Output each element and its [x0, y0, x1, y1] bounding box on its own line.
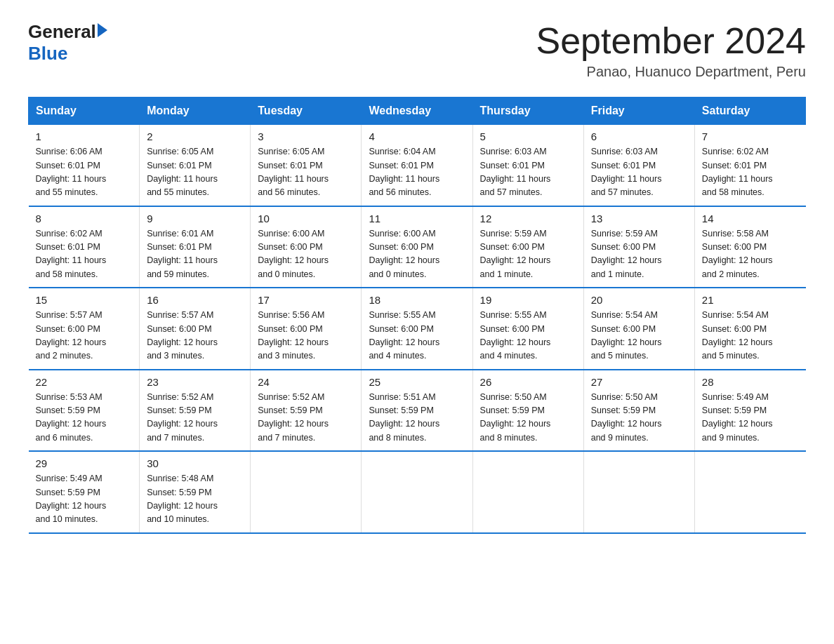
day-info: Sunrise: 6:03 AM Sunset: 6:01 PM Dayligh… — [480, 145, 576, 200]
day-number: 19 — [480, 294, 576, 306]
calendar-cell: 28Sunrise: 5:49 AM Sunset: 5:59 PM Dayli… — [694, 370, 805, 452]
day-number: 15 — [36, 294, 133, 306]
day-info: Sunrise: 5:59 AM Sunset: 6:00 PM Dayligh… — [591, 227, 687, 282]
day-number: 21 — [702, 294, 799, 306]
day-info: Sunrise: 5:53 AM Sunset: 5:59 PM Dayligh… — [36, 391, 133, 445]
column-header-wednesday: Wednesday — [362, 98, 472, 125]
day-number: 22 — [36, 376, 133, 388]
day-info: Sunrise: 5:56 AM Sunset: 6:00 PM Dayligh… — [258, 309, 354, 363]
calendar-cell: 5Sunrise: 6:03 AM Sunset: 6:01 PM Daylig… — [472, 125, 583, 206]
logo: General Blue — [28, 21, 107, 65]
column-header-saturday: Saturday — [694, 98, 805, 125]
day-info: Sunrise: 6:02 AM Sunset: 6:01 PM Dayligh… — [36, 227, 133, 282]
day-info: Sunrise: 6:02 AM Sunset: 6:01 PM Dayligh… — [702, 145, 799, 200]
day-number: 30 — [147, 457, 243, 469]
calendar-cell — [362, 451, 472, 533]
day-number: 23 — [147, 376, 243, 388]
day-info: Sunrise: 6:05 AM Sunset: 6:01 PM Dayligh… — [258, 145, 354, 200]
day-number: 3 — [258, 130, 354, 142]
day-number: 28 — [702, 376, 799, 388]
column-header-monday: Monday — [140, 98, 251, 125]
logo-general-text: General — [28, 21, 96, 43]
day-number: 25 — [369, 376, 465, 388]
calendar-cell: 13Sunrise: 5:59 AM Sunset: 6:00 PM Dayli… — [583, 206, 694, 288]
calendar-row-week-4: 22Sunrise: 5:53 AM Sunset: 5:59 PM Dayli… — [29, 370, 806, 452]
calendar-cell: 14Sunrise: 5:58 AM Sunset: 6:00 PM Dayli… — [694, 206, 805, 288]
calendar-cell: 4Sunrise: 6:04 AM Sunset: 6:01 PM Daylig… — [362, 125, 472, 206]
calendar-body: 1Sunrise: 6:06 AM Sunset: 6:01 PM Daylig… — [29, 125, 806, 533]
column-header-friday: Friday — [583, 98, 694, 125]
column-header-sunday: Sunday — [29, 98, 140, 125]
column-header-thursday: Thursday — [472, 98, 583, 125]
calendar-row-week-3: 15Sunrise: 5:57 AM Sunset: 6:00 PM Dayli… — [29, 288, 806, 370]
location-subtitle: Panao, Huanuco Department, Peru — [536, 64, 807, 80]
day-info: Sunrise: 5:52 AM Sunset: 5:59 PM Dayligh… — [147, 391, 243, 445]
calendar-cell: 6Sunrise: 6:03 AM Sunset: 6:01 PM Daylig… — [583, 125, 694, 206]
day-number: 7 — [702, 130, 799, 142]
day-info: Sunrise: 5:51 AM Sunset: 5:59 PM Dayligh… — [369, 391, 465, 445]
logo-blue-text: Blue — [28, 43, 107, 65]
day-info: Sunrise: 5:54 AM Sunset: 6:00 PM Dayligh… — [591, 309, 687, 363]
calendar-cell: 30Sunrise: 5:48 AM Sunset: 5:59 PM Dayli… — [140, 451, 251, 533]
page-header: General Blue September 2024 Panao, Huanu… — [28, 21, 806, 80]
day-number: 18 — [369, 294, 465, 306]
day-info: Sunrise: 5:55 AM Sunset: 6:00 PM Dayligh… — [480, 309, 576, 363]
calendar-cell: 15Sunrise: 5:57 AM Sunset: 6:00 PM Dayli… — [29, 288, 140, 370]
column-header-tuesday: Tuesday — [251, 98, 362, 125]
calendar-cell: 2Sunrise: 6:05 AM Sunset: 6:01 PM Daylig… — [140, 125, 251, 206]
calendar-cell: 9Sunrise: 6:01 AM Sunset: 6:01 PM Daylig… — [140, 206, 251, 288]
calendar-cell: 12Sunrise: 5:59 AM Sunset: 6:00 PM Dayli… — [472, 206, 583, 288]
calendar-cell: 21Sunrise: 5:54 AM Sunset: 6:00 PM Dayli… — [694, 288, 805, 370]
calendar-cell: 7Sunrise: 6:02 AM Sunset: 6:01 PM Daylig… — [694, 125, 805, 206]
day-number: 14 — [702, 213, 799, 224]
day-number: 1 — [36, 130, 133, 142]
day-info: Sunrise: 6:06 AM Sunset: 6:01 PM Dayligh… — [36, 145, 133, 200]
calendar-cell: 8Sunrise: 6:02 AM Sunset: 6:01 PM Daylig… — [29, 206, 140, 288]
day-number: 5 — [480, 130, 576, 142]
calendar-cell: 1Sunrise: 6:06 AM Sunset: 6:01 PM Daylig… — [29, 125, 140, 206]
day-number: 20 — [591, 294, 687, 306]
day-info: Sunrise: 6:00 AM Sunset: 6:00 PM Dayligh… — [369, 227, 465, 282]
calendar-cell: 3Sunrise: 6:05 AM Sunset: 6:01 PM Daylig… — [251, 125, 362, 206]
day-info: Sunrise: 5:52 AM Sunset: 5:59 PM Dayligh… — [258, 391, 354, 445]
calendar-cell — [472, 451, 583, 533]
day-info: Sunrise: 5:50 AM Sunset: 5:59 PM Dayligh… — [591, 391, 687, 445]
header-row: SundayMondayTuesdayWednesdayThursdayFrid… — [29, 98, 806, 125]
day-info: Sunrise: 5:58 AM Sunset: 6:00 PM Dayligh… — [702, 227, 799, 282]
calendar-row-week-2: 8Sunrise: 6:02 AM Sunset: 6:01 PM Daylig… — [29, 206, 806, 288]
day-number: 6 — [591, 130, 687, 142]
calendar-cell: 18Sunrise: 5:55 AM Sunset: 6:00 PM Dayli… — [362, 288, 472, 370]
calendar-cell: 17Sunrise: 5:56 AM Sunset: 6:00 PM Dayli… — [251, 288, 362, 370]
calendar-cell: 27Sunrise: 5:50 AM Sunset: 5:59 PM Dayli… — [583, 370, 694, 452]
day-info: Sunrise: 5:57 AM Sunset: 6:00 PM Dayligh… — [36, 309, 133, 363]
day-info: Sunrise: 5:59 AM Sunset: 6:00 PM Dayligh… — [480, 227, 576, 282]
calendar-cell — [694, 451, 805, 533]
day-number: 4 — [369, 130, 465, 142]
day-info: Sunrise: 6:01 AM Sunset: 6:01 PM Dayligh… — [147, 227, 243, 282]
calendar-row-week-1: 1Sunrise: 6:06 AM Sunset: 6:01 PM Daylig… — [29, 125, 806, 206]
day-number: 26 — [480, 376, 576, 388]
day-info: Sunrise: 6:04 AM Sunset: 6:01 PM Dayligh… — [369, 145, 465, 200]
day-number: 12 — [480, 213, 576, 224]
day-info: Sunrise: 5:49 AM Sunset: 5:59 PM Dayligh… — [36, 472, 133, 527]
calendar-table: SundayMondayTuesdayWednesdayThursdayFrid… — [28, 97, 806, 534]
calendar-cell: 24Sunrise: 5:52 AM Sunset: 5:59 PM Dayli… — [251, 370, 362, 452]
calendar-header: SundayMondayTuesdayWednesdayThursdayFrid… — [29, 98, 806, 125]
calendar-cell: 16Sunrise: 5:57 AM Sunset: 6:00 PM Dayli… — [140, 288, 251, 370]
day-number: 16 — [147, 294, 243, 306]
logo-triangle-icon — [98, 23, 107, 37]
day-number: 11 — [369, 213, 465, 224]
calendar-cell: 29Sunrise: 5:49 AM Sunset: 5:59 PM Dayli… — [29, 451, 140, 533]
calendar-cell: 20Sunrise: 5:54 AM Sunset: 6:00 PM Dayli… — [583, 288, 694, 370]
day-number: 8 — [36, 213, 133, 224]
calendar-cell: 10Sunrise: 6:00 AM Sunset: 6:00 PM Dayli… — [251, 206, 362, 288]
day-info: Sunrise: 5:57 AM Sunset: 6:00 PM Dayligh… — [147, 309, 243, 363]
day-info: Sunrise: 6:03 AM Sunset: 6:01 PM Dayligh… — [591, 145, 687, 200]
day-number: 10 — [258, 213, 354, 224]
calendar-cell: 11Sunrise: 6:00 AM Sunset: 6:00 PM Dayli… — [362, 206, 472, 288]
day-info: Sunrise: 5:49 AM Sunset: 5:59 PM Dayligh… — [702, 391, 799, 445]
day-number: 13 — [591, 213, 687, 224]
calendar-cell: 26Sunrise: 5:50 AM Sunset: 5:59 PM Dayli… — [472, 370, 583, 452]
calendar-cell: 22Sunrise: 5:53 AM Sunset: 5:59 PM Dayli… — [29, 370, 140, 452]
day-number: 9 — [147, 213, 243, 224]
